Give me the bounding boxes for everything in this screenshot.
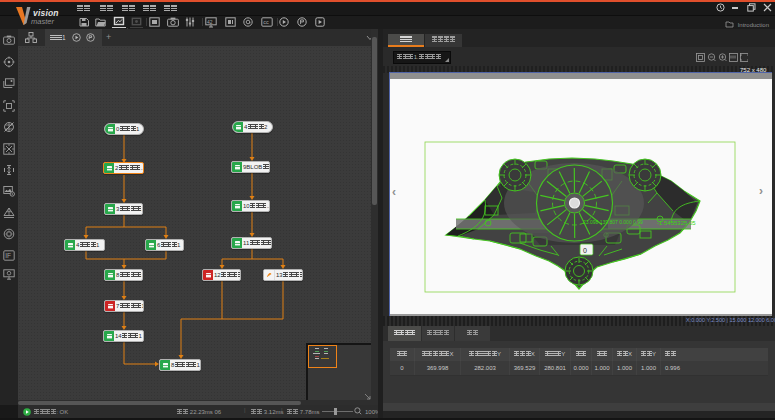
svg-text:IF: IF — [5, 252, 11, 259]
svg-text:23.098 139.807 0.000 0.99: 23.098 139.807 0.000 0.99 — [583, 219, 643, 225]
svg-text:0: 0 — [583, 247, 587, 254]
svg-text:42: 42 — [207, 18, 213, 24]
svg-text:-1.5455325 05: -1.5455325 05 — [657, 220, 696, 226]
svg-text:cc: cc — [263, 19, 269, 25]
